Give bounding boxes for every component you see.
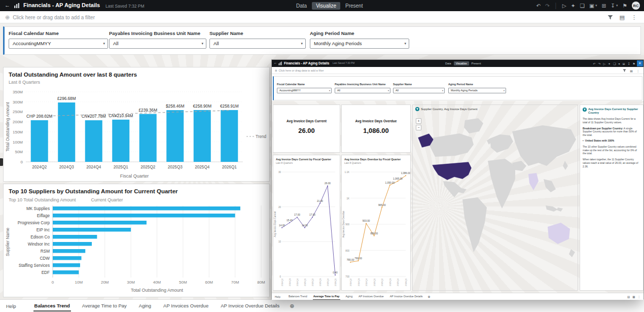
add-canvas-icon[interactable]: ⊕ (427, 295, 430, 298)
workbook-title: Financials - AP Aging Details (284, 61, 329, 65)
auto-insights-icon[interactable]: ✦ (571, 3, 576, 9)
svg-text:755.00: 755.00 (347, 259, 354, 261)
svg-text:€258.90M: €258.90M (193, 104, 212, 109)
tab-balances-trend[interactable]: Balances Trend (285, 293, 310, 300)
insight-paragraph: The 10 other Supplier Country values com… (583, 145, 640, 155)
tab-ap-invoices-overdue[interactable]: AP Invoices Overdue (355, 293, 387, 300)
zoom-out-button[interactable]: − (416, 125, 421, 130)
tab-balances-trend[interactable]: Balances Trend (28, 300, 76, 312)
tab-ap-invoice-overdue-details[interactable]: AP Invoice Overdue Details (214, 300, 285, 312)
map-country-australia[interactable] (548, 223, 570, 244)
help-link[interactable]: Help (6, 303, 16, 309)
funnel-icon[interactable] (623, 69, 626, 73)
filter-select[interactable]: Monthly Aging Periods▾ (448, 88, 506, 93)
map-region-canada (428, 133, 474, 157)
svg-text:1K: 1K (346, 197, 350, 200)
tab-average-time-to-pay[interactable]: Average Time to Pay (76, 300, 133, 312)
add-filter-target[interactable]: ⊕ Click here or drag data to add a filte… (275, 67, 324, 74)
bookmark-icon[interactable]: ⚑ (633, 62, 635, 65)
filter-select[interactable]: All▾ (335, 88, 390, 93)
header-toolbar: ↶ ↷ │ ▷ ✦ ❏ ▣ ▾ ⊞ ↧ ▾ ⚑ RC (536, 0, 640, 11)
nav-present[interactable]: Present (341, 2, 367, 10)
kpi-days-overdue[interactable]: Avg Invoice Days Overdue 1,086.00 (341, 105, 411, 153)
grid-view-icon[interactable]: ▤ (620, 14, 625, 21)
svg-text:2026Q1: 2026Q1 (222, 165, 237, 169)
print-icon[interactable]: ❏ (613, 62, 616, 65)
hbar-chart-suppliers[interactable]: 010M20M30M40M50M60M70M80MMK SuppliesEiff… (4, 202, 269, 293)
svg-text:50M: 50M (15, 150, 23, 154)
redo-icon[interactable]: ↷ (545, 3, 550, 9)
filter-select[interactable]: Monthly Aging Periods▾ (310, 39, 409, 49)
canvas-tab-bar: Help Balances Trend Average Time to Pay … (272, 293, 643, 300)
filter-select[interactable]: AccountingMMYY▾ (277, 88, 332, 93)
dashboard-canvas: Avg Invoice Days Current 26.00 Avg Invoi… (272, 101, 643, 293)
present-play-icon[interactable]: ▷ (603, 62, 605, 65)
auto-insights-icon[interactable]: ✦ (608, 62, 611, 65)
svg-text:CN¥210.94M: CN¥210.94M (109, 114, 133, 118)
nav-present[interactable]: Present (470, 61, 483, 65)
grid-view-icon[interactable]: ▤ (630, 69, 633, 73)
kebab-menu-icon[interactable]: ⋮ (636, 69, 639, 73)
chart-title: Total Outstanding Amount over last 8 qua… (9, 72, 269, 78)
svg-text:80M: 80M (257, 280, 265, 285)
comment-menu[interactable]: ▣ ▾ (589, 3, 597, 9)
filter-aging-period: Aging Period Name Monthly Aging Periods▾ (310, 30, 409, 49)
export-menu[interactable]: ↧ ▾ (611, 3, 618, 9)
svg-text:Total Outstanding Amount: Total Outstanding Amount (131, 288, 184, 293)
tab-aging[interactable]: Aging (343, 293, 356, 300)
tab-average-time-to-pay[interactable]: Average Time to Pay (310, 293, 343, 300)
svg-text:CDW: CDW (40, 256, 50, 261)
nav-visualize[interactable]: Visualize (312, 2, 340, 10)
bar-chart-outstanding[interactable]: 350M300M250M200M150M100M50M0CHP 208.02M2… (4, 85, 269, 180)
line-chart-days-overdue[interactable]: 1.1K1K900800700755.002024Q2760.002024Q39… (342, 166, 410, 290)
mode-switcher: Data Visualize Present (292, 0, 367, 11)
add-canvas-icon[interactable]: ⊕ (290, 303, 294, 309)
undo-icon[interactable]: ↶ (536, 3, 541, 9)
schedule-icon[interactable]: ⊞ (623, 62, 625, 65)
last-saved-status: Last Saved 7:32 PM (105, 4, 145, 9)
tab-aging[interactable]: Aging (133, 300, 157, 312)
map-visualization-card: Supplier Country, Avg Invoice Days Curre… (412, 105, 578, 291)
tab-bar-actions: ▤ ▦ ⋮ (627, 295, 640, 298)
nav-data[interactable]: Data (292, 2, 311, 10)
zoom-in-button[interactable]: + (416, 118, 421, 124)
nav-visualize[interactable]: Visualize (454, 61, 469, 65)
map-country-united-states[interactable] (432, 162, 472, 180)
redo-icon[interactable]: ↷ (598, 62, 600, 65)
filter-select[interactable]: All▾ (109, 39, 206, 49)
grid-view-icon[interactable]: ▤ (627, 295, 630, 298)
undo-icon[interactable]: ↶ (593, 62, 595, 65)
kpi-days-current[interactable]: Avg Invoice Days Current 26.00 (273, 105, 340, 153)
print-icon[interactable]: ❏ (580, 3, 585, 9)
chart-title: Avg Invoice Days Current by Fiscal Quart… (276, 158, 340, 161)
svg-text:£239.36M: £239.36M (139, 108, 158, 113)
back-icon[interactable]: ← (5, 2, 10, 8)
filter-select[interactable]: All▾ (393, 88, 445, 93)
tab-ap-invoice-overdue-details[interactable]: AP Invoice Overdue Details (387, 293, 426, 300)
kebab-menu-icon[interactable]: ⋮ (631, 14, 637, 21)
svg-text:$258.46M: $258.46M (166, 104, 185, 109)
chevron-down-icon[interactable]: ▾ (619, 62, 620, 65)
world-map[interactable] (413, 114, 578, 290)
line-chart-days-current[interactable]: 302010014.002024Q215.432024Q317.002024Q4… (273, 166, 340, 290)
bookmark-icon[interactable]: ⚑ (623, 3, 627, 9)
close-window-button[interactable]: ✕ (637, 60, 643, 66)
filter-select[interactable]: AccountingMMYY▾ (9, 39, 108, 49)
funnel-icon[interactable] (607, 15, 613, 20)
nav-data[interactable]: Data (443, 61, 453, 65)
export-icon[interactable]: ↧ (628, 62, 630, 65)
filter-business-unit: Payables Invoicing Business Unit Name Al… (335, 83, 390, 93)
svg-text:2025Q3: 2025Q3 (168, 165, 183, 169)
map-country-india[interactable] (528, 173, 539, 190)
present-play-icon[interactable]: ▷ (562, 3, 566, 9)
add-filter-target[interactable]: ⊕ Click here or drag data to add a filte… (5, 11, 95, 23)
kebab-menu-icon[interactable]: ⋮ (638, 295, 641, 298)
tab-ap-invoices-overdue[interactable]: AP Invoices Overdue (157, 300, 214, 312)
filter-select[interactable]: All▾ (209, 39, 306, 49)
schedule-icon[interactable]: ⊞ (601, 3, 606, 9)
user-avatar[interactable]: RC (632, 2, 640, 10)
back-icon[interactable]: ← (274, 61, 277, 64)
help-link[interactable]: Help (275, 295, 280, 298)
svg-text:€258.91M: €258.91M (220, 104, 239, 109)
grid2-view-icon[interactable]: ▦ (632, 295, 635, 298)
